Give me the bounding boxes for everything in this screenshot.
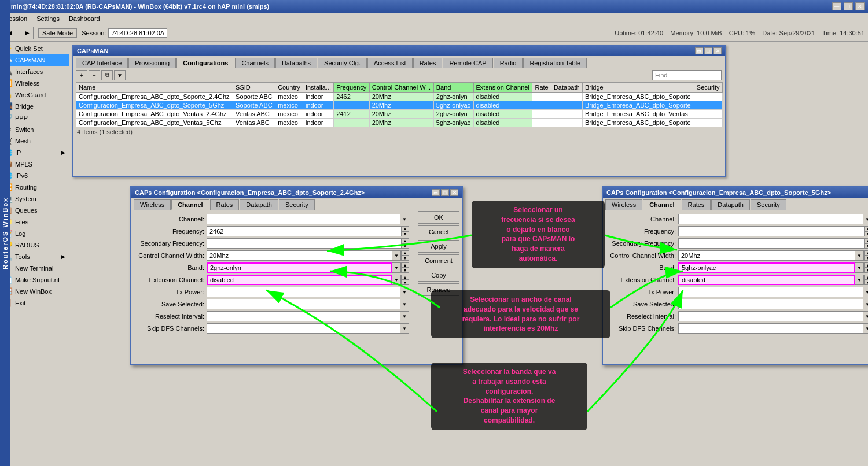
d5-frequency-input[interactable] [678, 226, 864, 236]
copy-tool-button[interactable]: ⧉ [101, 70, 113, 80]
d5-band-dropdown-arrow[interactable]: ▼ [855, 262, 864, 273]
d5-reselect-input[interactable] [678, 311, 863, 321]
forward-button[interactable]: ▶ [21, 27, 34, 39]
capsman-close-btn[interactable]: ✕ [713, 47, 722, 54]
save-selected-dropdown-arrow[interactable]: ▼ [400, 299, 409, 309]
d5-ccw-down-arrow[interactable]: ▼ [864, 256, 868, 261]
dialog-5-tab-datapath[interactable]: Datapath [711, 199, 750, 210]
tab-radio[interactable]: Radio [494, 58, 523, 68]
remove-button[interactable]: − [89, 70, 100, 80]
filter-button[interactable]: ▼ [114, 70, 126, 80]
channel-dropdown-arrow[interactable]: ▼ [400, 214, 409, 224]
tab-remote-cap[interactable]: Remote CAP [443, 58, 492, 68]
dialog-24-tab-datapath[interactable]: Datapath [240, 199, 278, 210]
d5-ech-up-arrow[interactable]: ▲ [864, 275, 868, 280]
capsman-minimize-btn[interactable]: ▭ [695, 47, 703, 54]
ech-down-arrow[interactable]: ▼ [401, 280, 409, 285]
ccw-down-arrow[interactable]: ▼ [401, 256, 409, 261]
d5-band-input[interactable] [678, 262, 855, 273]
dialog-24-tab-rates[interactable]: Rates [210, 199, 240, 210]
band-dropdown-arrow[interactable]: ▼ [392, 262, 401, 273]
menu-dashboard[interactable]: Dashboard [67, 15, 102, 22]
d5-secondary-freq-input[interactable] [678, 238, 864, 249]
table-row[interactable]: Configuracion_Empresa_ABC_dpto_Ventas_5G… [76, 119, 723, 127]
dialog-24-max-btn[interactable]: □ [441, 189, 449, 196]
dialog-24-close-btn[interactable]: ✕ [450, 189, 458, 196]
d5-channel-dropdown-arrow[interactable]: ▼ [863, 214, 868, 224]
ccw-input[interactable] [207, 250, 392, 261]
band-down-arrow[interactable]: ▼ [401, 268, 409, 273]
close-button[interactable]: ✕ [855, 2, 865, 10]
d5-sf-down-arrow[interactable]: ▼ [864, 243, 868, 249]
d5-reselect-dropdown-arrow[interactable]: ▼ [863, 311, 868, 321]
tab-registration-table[interactable]: Registration Table [523, 58, 587, 68]
channel-input[interactable] [207, 214, 400, 224]
d5-freq-up-arrow[interactable]: ▲ [864, 226, 868, 231]
save-selected-input[interactable] [207, 299, 400, 309]
dialog-5-tab-security[interactable]: Security [751, 199, 786, 210]
d5-ext-channel-input[interactable] [678, 275, 855, 285]
d5-freq-down-arrow[interactable]: ▼ [864, 231, 868, 236]
dialog-24-copy-button[interactable]: Copy [418, 269, 459, 282]
d5-txpower-input[interactable] [678, 287, 863, 297]
d5-skip-dfs-input[interactable] [678, 323, 863, 334]
tab-rates[interactable]: Rates [413, 58, 443, 68]
d5-sf-up-arrow[interactable]: ▲ [864, 238, 868, 243]
tab-cap-interface[interactable]: CAP Interface [76, 58, 128, 68]
safe-mode-button[interactable]: Safe Mode [38, 28, 77, 38]
band-input[interactable] [207, 262, 392, 273]
tab-access-list[interactable]: Access List [367, 58, 413, 68]
dialog-24-tab-channel[interactable]: Channel [171, 199, 209, 210]
tab-provisioning[interactable]: Provisioning [128, 58, 176, 68]
frequency-down-arrow[interactable]: ▼ [401, 231, 409, 236]
capsman-maximize-btn[interactable]: □ [704, 47, 712, 54]
dialog-5-tab-channel[interactable]: Channel [643, 199, 681, 210]
table-row[interactable]: Configuracion_Empresa_ABC_dpto_Soporte_2… [76, 93, 723, 101]
dialog-24-comment-button[interactable]: Comment [418, 254, 459, 267]
d5-band-down-arrow[interactable]: ▼ [864, 268, 868, 273]
dialog-5-tab-wireless[interactable]: Wireless [605, 199, 642, 210]
dialog-24-tab-security[interactable]: Security [279, 199, 315, 210]
tab-datapaths[interactable]: Datapaths [275, 58, 317, 68]
frequency-input[interactable] [207, 226, 401, 236]
d5-save-selected-input[interactable] [678, 299, 863, 309]
d5-txpower-dropdown-arrow[interactable]: ▼ [863, 287, 868, 297]
tab-security-cfg[interactable]: Security Cfg. [318, 58, 367, 68]
d5-ccw-input[interactable] [678, 250, 855, 261]
ext-channel-dropdown-arrow[interactable]: ▼ [392, 275, 401, 285]
d5-skip-dfs-dropdown-arrow[interactable]: ▼ [863, 323, 868, 334]
dialog-24-remove-button[interactable]: Remove [418, 283, 459, 296]
ccw-dropdown-arrow[interactable]: ▼ [392, 250, 401, 261]
sf-down-arrow[interactable]: ▼ [401, 243, 409, 249]
tab-channels[interactable]: Channels [235, 58, 274, 68]
d5-ext-channel-dropdown-arrow[interactable]: ▼ [855, 275, 864, 285]
d5-ccw-up-arrow[interactable]: ▲ [864, 250, 868, 256]
dialog-24-min-btn[interactable]: ▭ [432, 189, 440, 196]
band-up-arrow[interactable]: ▲ [401, 262, 409, 268]
table-row[interactable]: Configuracion_Empresa_ABC_dpto_Ventas_2.… [76, 110, 723, 119]
dialog-24-tab-wireless[interactable]: Wireless [134, 199, 171, 210]
txpower-input[interactable] [207, 287, 400, 297]
menu-settings[interactable]: Settings [34, 15, 62, 22]
d5-save-selected-dropdown-arrow[interactable]: ▼ [863, 299, 868, 309]
d5-band-up-arrow[interactable]: ▲ [864, 262, 868, 268]
ech-up-arrow[interactable]: ▲ [401, 275, 409, 280]
find-input[interactable] [652, 70, 722, 80]
dialog-24-apply-button[interactable]: Apply [418, 240, 459, 253]
secondary-freq-input[interactable] [207, 238, 401, 249]
ccw-up-arrow[interactable]: ▲ [401, 250, 409, 256]
d5-channel-input[interactable] [678, 214, 863, 224]
ext-channel-input[interactable] [207, 275, 392, 285]
skip-dfs-input[interactable] [207, 323, 400, 334]
dialog-5-tab-rates[interactable]: Rates [682, 199, 711, 210]
d5-ech-down-arrow[interactable]: ▼ [864, 280, 868, 285]
reselect-input[interactable] [207, 311, 400, 321]
skip-dfs-dropdown-arrow[interactable]: ▼ [400, 323, 409, 334]
txpower-dropdown-arrow[interactable]: ▼ [400, 287, 409, 297]
sf-up-arrow[interactable]: ▲ [401, 238, 409, 243]
tab-configurations[interactable]: Configurations [176, 58, 234, 68]
table-row[interactable]: Configuracion_Empresa_ABC_dpto_Soporte_5… [76, 101, 723, 110]
dialog-24-cancel-button[interactable]: Cancel [418, 225, 459, 238]
minimize-button[interactable]: — [832, 2, 841, 10]
reselect-dropdown-arrow[interactable]: ▼ [400, 311, 409, 321]
